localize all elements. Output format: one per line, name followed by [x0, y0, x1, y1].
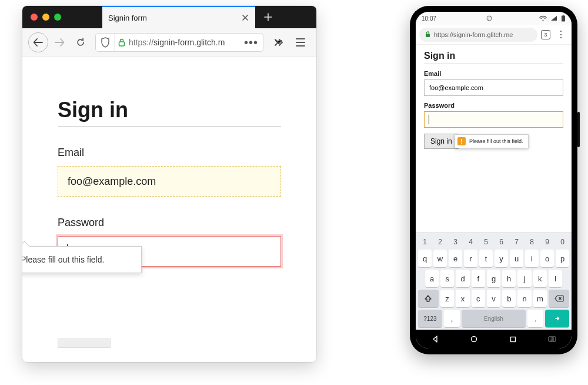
text-caret: [429, 115, 429, 124]
backspace-key[interactable]: [549, 290, 569, 307]
key-n[interactable]: n: [517, 290, 531, 307]
phone-url-text: https://signin-form.glitch.me: [434, 31, 513, 38]
key-7[interactable]: 7: [510, 237, 523, 247]
new-tab-button[interactable]: [259, 8, 278, 26]
key-r[interactable]: r: [464, 250, 477, 267]
key-z[interactable]: z: [440, 290, 454, 307]
key-w[interactable]: w: [433, 250, 447, 267]
key-j[interactable]: j: [517, 270, 531, 287]
key-f[interactable]: f: [472, 270, 485, 287]
comma-key[interactable]: ,: [444, 310, 460, 327]
status-no-sim-icon: [486, 15, 492, 21]
key-6[interactable]: 6: [495, 237, 508, 247]
svg-rect-4: [563, 15, 564, 16]
submit-button[interactable]: [58, 338, 111, 348]
svg-rect-0: [119, 42, 125, 46]
close-tab-button[interactable]: [241, 14, 249, 22]
key-9[interactable]: 9: [540, 237, 554, 247]
period-key[interactable]: .: [527, 310, 543, 327]
tab-count-button[interactable]: 3: [541, 30, 550, 39]
key-d[interactable]: d: [456, 270, 469, 287]
key-8[interactable]: 8: [525, 237, 539, 247]
nav-home-button[interactable]: [470, 335, 478, 343]
android-navigation-bar: [416, 330, 572, 349]
window-traffic-lights: [22, 14, 61, 21]
signal-icon: [550, 15, 557, 21]
submit-button[interactable]: Sign in: [424, 134, 459, 149]
key-v[interactable]: v: [487, 290, 500, 307]
nav-back-button[interactable]: [431, 335, 439, 343]
key-4[interactable]: 4: [464, 237, 477, 247]
key-5[interactable]: 5: [479, 237, 493, 247]
key-g[interactable]: g: [487, 270, 500, 287]
phone-device-frame: 10:07 https://si: [410, 6, 577, 354]
key-k[interactable]: k: [533, 270, 547, 287]
overflow-chevrons-icon[interactable]: [269, 32, 289, 52]
svg-rect-3: [562, 16, 565, 22]
key-e[interactable]: e: [449, 250, 462, 267]
minimize-window-button[interactable]: [42, 14, 49, 21]
heading-rule: [424, 64, 563, 64]
reload-button[interactable]: [71, 32, 91, 52]
email-label: Email: [424, 70, 563, 77]
email-input[interactable]: [58, 166, 281, 197]
hamburger-menu-button[interactable]: [290, 32, 310, 52]
address-bar[interactable]: https://signin-form.glitch.m •••: [95, 33, 263, 52]
browser-tab[interactable]: Signin form: [102, 6, 255, 28]
window-titlebar: Signin form: [22, 6, 316, 28]
shift-key[interactable]: [418, 290, 439, 307]
keyboard-number-row: 1234567890: [418, 237, 569, 247]
status-time: 10:07: [422, 15, 436, 22]
key-t[interactable]: t: [479, 250, 493, 267]
back-button[interactable]: [28, 32, 48, 52]
password-input[interactable]: [424, 111, 563, 128]
keyboard-row-4: ?123 , English .: [418, 310, 569, 327]
battery-icon: [561, 15, 566, 22]
zoom-window-button[interactable]: [54, 14, 61, 21]
key-y[interactable]: y: [495, 250, 508, 267]
key-p[interactable]: p: [556, 250, 569, 267]
email-label: Email: [58, 147, 281, 159]
validation-tooltip: Please fill out this field.: [22, 246, 142, 273]
email-input[interactable]: [424, 79, 563, 96]
warning-icon: !: [457, 137, 466, 145]
key-a[interactable]: a: [425, 270, 439, 287]
enter-key[interactable]: [545, 310, 569, 327]
symbols-key[interactable]: ?123: [418, 310, 442, 327]
key-2[interactable]: 2: [433, 237, 447, 247]
keyboard-row-1: qwertyuiop: [418, 250, 569, 267]
spacebar-key[interactable]: English: [462, 310, 526, 327]
key-l[interactable]: l: [549, 270, 562, 287]
page-heading: Sign in: [58, 98, 281, 122]
browser-tab-title: Signin form: [108, 14, 147, 22]
close-window-button[interactable]: [31, 14, 38, 21]
tracking-protection-icon[interactable]: [96, 34, 115, 51]
key-x[interactable]: x: [456, 290, 469, 307]
key-q[interactable]: q: [418, 250, 432, 267]
nav-keyboard-switch-button[interactable]: [548, 335, 556, 343]
keyboard-row-2: asdfghjkl: [418, 270, 569, 287]
lock-icon: [115, 38, 129, 47]
key-c[interactable]: c: [472, 290, 485, 307]
phone-status-bar: 10:07: [416, 12, 572, 25]
key-s[interactable]: s: [440, 270, 454, 287]
browser-toolbar: https://signin-form.glitch.m •••: [22, 28, 316, 57]
key-h[interactable]: h: [502, 270, 516, 287]
keyboard-row-3: zxcvbnm: [418, 290, 569, 307]
key-b[interactable]: b: [502, 290, 516, 307]
page-content: Sign in Email Password Please fill out t…: [22, 57, 316, 362]
forward-button[interactable]: [49, 32, 69, 52]
key-o[interactable]: o: [540, 250, 554, 267]
browser-menu-button[interactable]: ⋮: [554, 29, 568, 40]
key-m[interactable]: m: [533, 290, 547, 307]
phone-address-bar[interactable]: https://signin-form.glitch.me: [419, 28, 537, 42]
key-i[interactable]: i: [525, 250, 539, 267]
phone-page-content: Sign in Email Password Sign in ! Please …: [416, 45, 572, 149]
key-1[interactable]: 1: [418, 237, 432, 247]
password-label: Password: [424, 102, 563, 109]
nav-recents-button[interactable]: [509, 335, 517, 343]
key-0[interactable]: 0: [556, 237, 569, 247]
phone-browser-toolbar: https://signin-form.glitch.me 3 ⋮: [416, 25, 572, 45]
key-3[interactable]: 3: [449, 237, 462, 247]
key-u[interactable]: u: [510, 250, 523, 267]
